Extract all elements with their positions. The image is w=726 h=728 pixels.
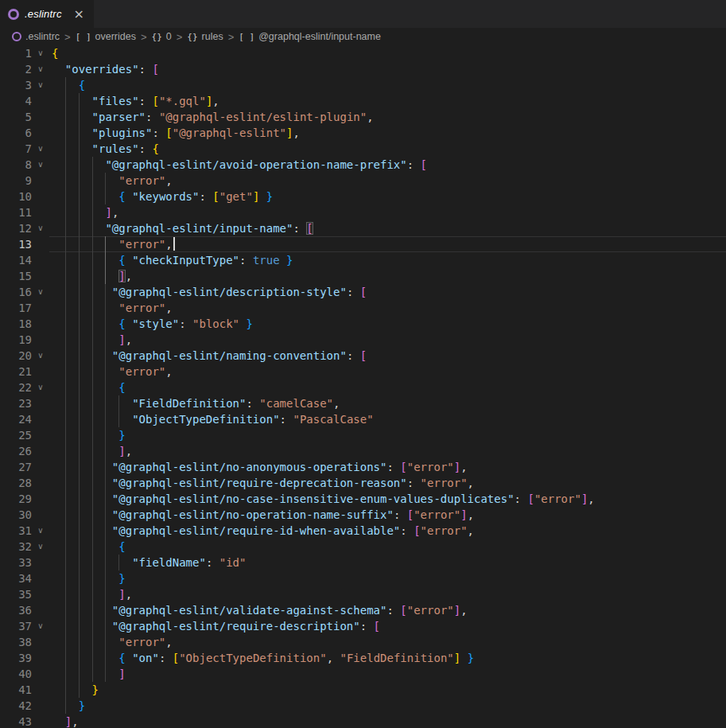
code-content[interactable]: "error", [49, 364, 726, 380]
close-icon[interactable]: × [74, 8, 84, 21]
code-content[interactable]: ], [49, 443, 726, 459]
code-content[interactable]: ], [49, 268, 726, 284]
code-line[interactable]: 1∨{ [0, 45, 726, 61]
code-line[interactable]: 28 "@graphql-eslint/require-deprecation-… [0, 475, 726, 491]
code-line[interactable]: 3∨ { [0, 77, 726, 93]
code-line[interactable]: 17 "error", [0, 300, 726, 316]
code-content[interactable]: { "style": "block" } [49, 316, 726, 332]
code-content[interactable]: "FieldDefinition": "camelCase", [49, 395, 726, 411]
code-line[interactable]: 6 "plugins": ["@graphql-eslint"], [0, 125, 726, 141]
code-content[interactable]: "parser": "@graphql-eslint/eslint-plugin… [49, 109, 726, 125]
code-line[interactable]: 12∨ "@graphql-eslint/input-name": [ [0, 220, 726, 236]
fold-chevron-icon[interactable]: ∨ [32, 141, 49, 157]
code-line[interactable]: 21 "error", [0, 364, 726, 380]
code-line[interactable]: 15 ], [0, 268, 726, 284]
code-line[interactable]: 38 "error", [0, 634, 726, 650]
code-line[interactable]: 13 "error", [0, 236, 726, 252]
tab-eslintrc[interactable]: .eslintrc × [0, 0, 94, 28]
code-line[interactable]: 27 "@graphql-eslint/no-anonymous-operati… [0, 459, 726, 475]
code-content[interactable]: "rules": { [49, 141, 726, 157]
code-content[interactable]: ], [49, 204, 726, 220]
breadcrumb-item-overrides[interactable]: [ ]overrides [76, 31, 136, 42]
code-content[interactable]: { "on": ["ObjectTypeDefinition", "FieldD… [49, 650, 726, 666]
fold-chevron-icon[interactable]: ∨ [32, 45, 49, 61]
breadcrumb-item--graphql-eslint-input-name[interactable]: [ ]@graphql-eslint/input-name [239, 31, 381, 42]
fold-chevron-icon[interactable]: ∨ [32, 220, 49, 236]
code-line[interactable]: 25 } [0, 427, 726, 443]
code-content[interactable]: } [49, 570, 726, 586]
code-line[interactable]: 37∨ "@graphql-eslint/require-description… [0, 618, 726, 634]
code-line[interactable]: 34 } [0, 570, 726, 586]
code-content[interactable]: "@graphql-eslint/input-name": [ [49, 220, 726, 236]
code-line[interactable]: 42 } [0, 698, 726, 714]
fold-chevron-icon[interactable]: ∨ [32, 348, 49, 364]
code-content[interactable]: { "keywords": ["get"] } [49, 189, 726, 204]
code-content[interactable]: ], [49, 714, 726, 728]
fold-chevron-icon[interactable]: ∨ [32, 61, 49, 77]
code-content[interactable]: "@graphql-eslint/avoid-operation-name-pr… [49, 157, 726, 173]
code-content[interactable]: "error", [49, 634, 726, 650]
code-line[interactable]: 33 "fieldName": "id" [0, 555, 726, 570]
code-content[interactable]: "@graphql-eslint/require-description": [ [49, 618, 726, 634]
code-content[interactable]: "@graphql-eslint/description-style": [ [49, 284, 726, 300]
code-content[interactable]: "@graphql-eslint/no-case-insensitive-enu… [49, 491, 726, 507]
code-content[interactable]: "@graphql-eslint/no-operation-name-suffi… [49, 507, 726, 523]
code-line[interactable]: 29 "@graphql-eslint/no-case-insensitive-… [0, 491, 726, 507]
fold-chevron-icon[interactable]: ∨ [32, 284, 49, 300]
fold-chevron-icon[interactable]: ∨ [32, 539, 49, 555]
code-content[interactable]: "overrides": [ [49, 61, 726, 77]
fold-chevron-icon[interactable]: ∨ [32, 618, 49, 634]
code-content[interactable]: "@graphql-eslint/no-anonymous-operations… [49, 459, 726, 475]
code-line[interactable]: 18 { "style": "block" } [0, 316, 726, 332]
breadcrumb-item-0[interactable]: {}0 [152, 31, 172, 42]
code-content[interactable]: "error", [49, 173, 726, 189]
code-line[interactable]: 23 "FieldDefinition": "camelCase", [0, 395, 726, 411]
code-line[interactable]: 26 ], [0, 443, 726, 459]
code-line[interactable]: 9 "error", [0, 173, 726, 189]
code-line[interactable]: 30 "@graphql-eslint/no-operation-name-su… [0, 507, 726, 523]
code-content[interactable]: ] [49, 666, 726, 682]
code-content[interactable]: "error", [49, 236, 726, 252]
code-line[interactable]: 11 ], [0, 204, 726, 220]
code-line[interactable]: 22∨ { [0, 380, 726, 395]
code-content[interactable]: { [49, 77, 726, 93]
code-content[interactable]: ], [49, 332, 726, 348]
code-content[interactable]: "@graphql-eslint/naming-convention": [ [49, 348, 726, 364]
code-line[interactable]: 24 "ObjectTypeDefinition": "PascalCase" [0, 411, 726, 427]
code-editor[interactable]: 1∨{2∨ "overrides": [3∨ {4 "files": ["*.g… [0, 45, 726, 728]
code-line[interactable]: 16∨ "@graphql-eslint/description-style":… [0, 284, 726, 300]
code-content[interactable]: "files": ["*.gql"], [49, 93, 726, 109]
code-line[interactable]: 14 { "checkInputType": true } [0, 252, 726, 268]
code-content[interactable]: "@graphql-eslint/validate-against-schema… [49, 602, 726, 618]
breadcrumb-item--eslintrc[interactable]: .eslintrc [12, 31, 60, 42]
code-content[interactable]: "fieldName": "id" [49, 555, 726, 570]
code-line[interactable]: 2∨ "overrides": [ [0, 61, 726, 77]
code-line[interactable]: 36 "@graphql-eslint/validate-against-sch… [0, 602, 726, 618]
fold-chevron-icon[interactable]: ∨ [32, 157, 49, 173]
code-line[interactable]: 5 "parser": "@graphql-eslint/eslint-plug… [0, 109, 726, 125]
code-content[interactable]: { "checkInputType": true } [49, 252, 726, 268]
code-line[interactable]: 41 } [0, 682, 726, 698]
code-line[interactable]: 31∨ "@graphql-eslint/require-id-when-ava… [0, 523, 726, 539]
code-content[interactable]: } [49, 698, 726, 714]
fold-chevron-icon[interactable]: ∨ [32, 77, 49, 93]
code-content[interactable]: "error", [49, 300, 726, 316]
code-line[interactable]: 39 { "on": ["ObjectTypeDefinition", "Fie… [0, 650, 726, 666]
code-line[interactable]: 35 ], [0, 586, 726, 602]
code-line[interactable]: 32∨ { [0, 539, 726, 555]
code-content[interactable]: "ObjectTypeDefinition": "PascalCase" [49, 411, 726, 427]
code-line[interactable]: 43 ], [0, 714, 726, 728]
code-content[interactable]: { [49, 45, 726, 61]
code-content[interactable]: "@graphql-eslint/require-deprecation-rea… [49, 475, 726, 491]
code-content[interactable]: "plugins": ["@graphql-eslint"], [49, 125, 726, 141]
code-line[interactable]: 7∨ "rules": { [0, 141, 726, 157]
breadcrumb-item-rules[interactable]: {}rules [187, 31, 223, 42]
code-content[interactable]: { [49, 539, 726, 555]
code-content[interactable]: "@graphql-eslint/require-id-when-availab… [49, 523, 726, 539]
code-content[interactable]: ], [49, 586, 726, 602]
fold-chevron-icon[interactable]: ∨ [32, 523, 49, 539]
code-content[interactable]: } [49, 427, 726, 443]
code-line[interactable]: 40 ] [0, 666, 726, 682]
code-line[interactable]: 8∨ "@graphql-eslint/avoid-operation-name… [0, 157, 726, 173]
code-content[interactable]: } [49, 682, 726, 698]
